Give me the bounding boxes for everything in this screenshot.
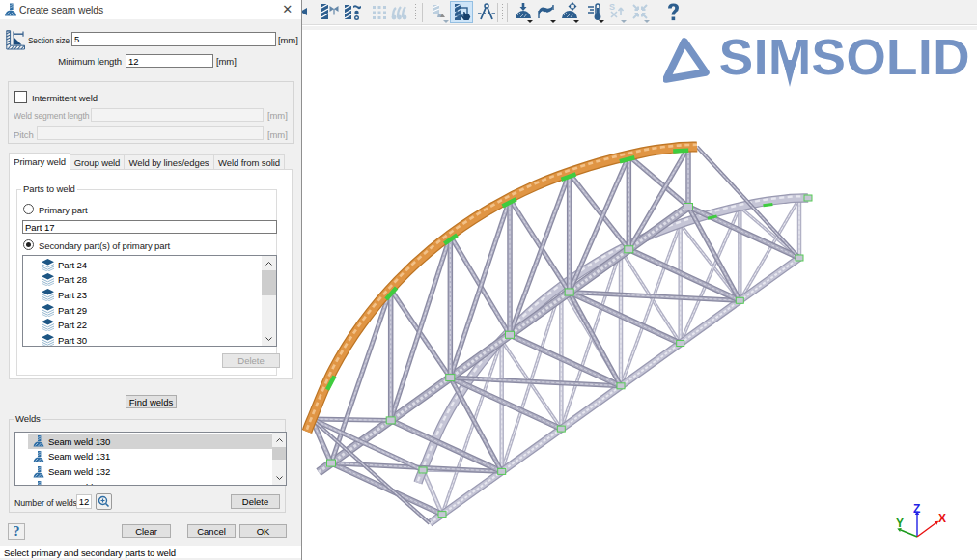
ok-label: OK xyxy=(257,526,270,537)
weld-list-item[interactable]: Seam weld 133 xyxy=(15,479,272,486)
scrollbar-thumb[interactable] xyxy=(262,270,276,295)
tab-group-weld[interactable]: Group weld xyxy=(70,154,125,170)
tab-label: Group weld xyxy=(74,157,121,168)
weld-label: Seam weld 130 xyxy=(48,436,110,447)
tab-label: Weld from solid xyxy=(218,157,280,168)
seam-weld-item-icon xyxy=(33,481,44,486)
axis-y: Y xyxy=(896,517,917,537)
axis-z: Z xyxy=(913,502,920,537)
weld-list-item[interactable]: Seam weld 131 xyxy=(15,449,272,464)
primary-part-radio[interactable] xyxy=(23,204,34,214)
minimum-length-input[interactable] xyxy=(126,54,213,68)
seam-weld-item-icon xyxy=(33,451,44,462)
dialog-title: Create seam welds xyxy=(19,4,103,15)
part-list-item[interactable]: Part 23 xyxy=(23,287,263,302)
part-icon xyxy=(42,304,54,317)
seam-weld-icon xyxy=(4,3,17,16)
intermittent-checkbox[interactable] xyxy=(14,91,27,103)
part-icon xyxy=(42,289,54,301)
part-label: Part 23 xyxy=(58,290,87,300)
svg-text:Y: Y xyxy=(896,517,904,530)
weld-list-item[interactable]: Seam weld 132 xyxy=(15,464,272,480)
cancel-label: Cancel xyxy=(197,526,226,537)
seam-weld-item-icon xyxy=(33,466,44,478)
welds-group-label: Welds xyxy=(14,413,42,424)
part-icon xyxy=(42,319,54,331)
part-list-item[interactable]: Part 30 xyxy=(23,333,263,348)
part-list-item[interactable]: Part 29 xyxy=(23,302,263,318)
secondary-part-radio[interactable] xyxy=(23,239,34,250)
close-icon[interactable]: ✕ xyxy=(282,2,293,16)
create-seam-welds-dialog: Create seam welds ✕ Section size[mm]Mini… xyxy=(0,0,302,560)
part-list-item[interactable]: Part 28 xyxy=(23,272,263,288)
part-list-item[interactable]: Part 22 xyxy=(23,318,263,333)
status-bar: Select primary and secondary parts to we… xyxy=(0,546,301,558)
scroll-up-icon[interactable] xyxy=(262,256,276,270)
part-icon xyxy=(42,259,54,271)
part-label: Part 30 xyxy=(58,335,87,346)
pitch-input[interactable] xyxy=(37,126,264,140)
section-size-input[interactable] xyxy=(71,32,276,46)
segment-length-label: Weld segment length xyxy=(14,110,89,121)
zoom-to-welds-button[interactable] xyxy=(96,493,112,510)
scroll-down-icon[interactable] xyxy=(262,331,276,346)
pitch-unit: [mm] xyxy=(267,129,288,140)
clear-label: Clear xyxy=(135,526,157,537)
section-size-unit: [mm] xyxy=(278,35,298,45)
parts-delete-button[interactable]: Delete xyxy=(222,353,280,368)
weld-label: Seam weld 133 xyxy=(48,482,110,486)
minimum-length-unit: [mm] xyxy=(216,56,237,67)
find-welds-button[interactable]: Find welds xyxy=(126,395,177,408)
number-of-welds-label: Number of welds xyxy=(14,497,77,508)
tab-label: Weld by lines/edges xyxy=(129,157,209,168)
part-label: Part 29 xyxy=(58,305,87,316)
section-size-label: Section size xyxy=(28,35,70,45)
magnifier-plus-icon xyxy=(98,495,110,508)
intermittent-label: Intermittent weld xyxy=(32,93,98,103)
tab-label: Primary weld xyxy=(14,156,66,167)
secondary-part-label: Secondary part(s) of primary part xyxy=(39,240,170,251)
parts-group-label: Parts to weld xyxy=(21,183,77,194)
primary-part-label: Primary part xyxy=(39,205,88,215)
scroll-up-icon[interactable] xyxy=(272,433,286,447)
svg-text:X: X xyxy=(938,512,946,525)
part-label: Part 22 xyxy=(58,320,87,330)
part-list-item[interactable]: Part 24 xyxy=(23,257,263,272)
welds-delete-label: Delete xyxy=(242,496,268,507)
welds-scrollbar[interactable] xyxy=(272,433,286,485)
part-label: Part 28 xyxy=(58,274,87,285)
ok-button[interactable]: OK xyxy=(239,524,287,538)
tab-primary-weld[interactable]: Primary weld xyxy=(9,153,70,170)
part-icon xyxy=(42,334,54,347)
scrollbar-thumb[interactable] xyxy=(272,447,286,460)
weld-list-item[interactable]: Seam weld 130 xyxy=(15,434,272,449)
status-text: Select primary and secondary parts to we… xyxy=(4,547,176,558)
cancel-button[interactable]: Cancel xyxy=(187,524,236,538)
seam-weld-item-icon xyxy=(33,435,44,447)
number-of-welds-value xyxy=(76,494,92,509)
part-label: Part 24 xyxy=(58,260,87,270)
help-button[interactable]: ? xyxy=(8,523,25,540)
segment-length-unit: [mm] xyxy=(267,110,288,121)
scroll-down-icon[interactable] xyxy=(272,470,286,485)
primary-part-input[interactable] xyxy=(22,220,277,234)
parts-scrollbar[interactable] xyxy=(262,256,276,346)
minimum-length-label: Minimum length xyxy=(44,56,122,67)
application-window: S SIMSOLID xyxy=(0,0,977,560)
welds-listbox[interactable]: Seam weld 130 Seam weld 131 Seam weld 13… xyxy=(14,432,287,486)
weld-label: Seam weld 132 xyxy=(48,466,110,477)
tab-weld-by-lines-edges[interactable]: Weld by lines/edges xyxy=(125,154,214,170)
clear-button[interactable]: Clear xyxy=(122,524,171,538)
section-size-icon xyxy=(6,30,26,50)
parts-listbox[interactable]: Part 24 Part 28 Part 23 Part 29 xyxy=(22,255,277,347)
parts-delete-label: Delete xyxy=(237,355,264,366)
segment-length-input[interactable] xyxy=(91,108,264,122)
dialog-titlebar[interactable]: Create seam welds ✕ xyxy=(0,0,301,19)
part-icon xyxy=(42,273,54,286)
pitch-label: Pitch xyxy=(14,129,34,140)
axis-x: X xyxy=(917,512,946,537)
welds-delete-button[interactable]: Delete xyxy=(231,494,280,509)
find-welds-label: Find welds xyxy=(129,397,173,407)
weld-label: Seam weld 131 xyxy=(48,451,110,462)
tab-weld-from-solid[interactable]: Weld from solid xyxy=(214,154,285,170)
